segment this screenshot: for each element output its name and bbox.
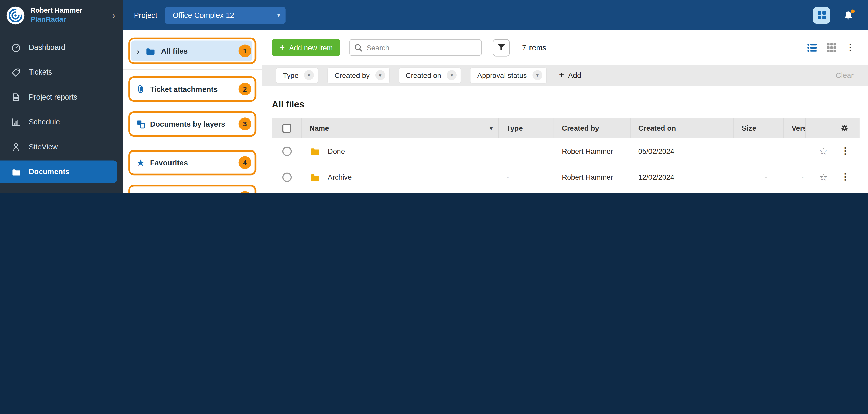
- filter-created-by-dropdown[interactable]: Created by ▾: [327, 67, 390, 83]
- column-header-name[interactable]: Name ▾: [302, 118, 499, 138]
- annotation-badge: 3: [239, 117, 251, 130]
- file-size: -: [734, 147, 784, 155]
- annotation-badge: 4: [239, 156, 251, 169]
- sidebar-item-schedule[interactable]: Schedule: [0, 109, 123, 134]
- docs-nav-documents-by-layers[interactable]: Documents by layers 3: [128, 111, 256, 137]
- apps-button[interactable]: [813, 7, 830, 24]
- sidebar-item-documents[interactable]: Documents: [0, 160, 117, 183]
- add-new-item-button[interactable]: + Add new item: [272, 39, 340, 56]
- annotation-badge: 2: [239, 82, 251, 95]
- all-files-row[interactable]: › All files: [131, 40, 252, 61]
- filter-label: Approval status: [477, 71, 527, 79]
- list-view-button[interactable]: [807, 43, 817, 52]
- column-header-created-by[interactable]: Created by: [554, 118, 630, 138]
- layers-icon: [131, 119, 150, 129]
- app-name: PlanRadar: [30, 15, 83, 24]
- chevron-right-icon: ›: [110, 192, 113, 193]
- file-created-by: Robert Hammer: [554, 173, 630, 181]
- search-icon: [354, 43, 363, 51]
- filter-type-dropdown[interactable]: Type ▾: [276, 67, 318, 83]
- sidebar-item-label: Project reports: [29, 93, 77, 101]
- funnel-icon: [497, 44, 505, 51]
- file-version: -: [784, 173, 806, 181]
- file-created-by: Robert Hammer: [554, 147, 630, 155]
- annotation-badge: 5: [239, 191, 251, 193]
- docs-nav-shared-items[interactable]: Shared Items 5: [128, 185, 256, 193]
- column-header-created-on[interactable]: Created on: [630, 118, 734, 138]
- siteview-icon: [11, 142, 21, 152]
- dashboard-icon: [11, 42, 21, 53]
- sidebar-item-label: Dashboard: [29, 43, 65, 51]
- column-header-version[interactable]: Version: [784, 118, 806, 138]
- file-type: -: [499, 147, 554, 155]
- schedule-icon: [11, 117, 21, 127]
- row-checkbox[interactable]: [282, 172, 291, 182]
- row-checkbox[interactable]: [282, 146, 291, 156]
- search-box: [349, 39, 482, 56]
- sidebar-header[interactable]: Robert Hammer PlanRadar ›: [0, 0, 123, 30]
- annotation-badge: 1: [239, 45, 251, 57]
- expand-chevron-icon[interactable]: ›: [137, 46, 140, 56]
- chevron-right-icon: ›: [112, 10, 115, 21]
- column-settings-button[interactable]: [806, 118, 860, 138]
- sidebar-item-siteview[interactable]: SiteView: [0, 135, 123, 159]
- file-created-on: 05/02/2024: [630, 147, 734, 155]
- file-type: -: [499, 173, 554, 181]
- caret-down-icon: ▾: [277, 12, 280, 18]
- file-size: -: [734, 173, 784, 181]
- folder-icon: [309, 146, 320, 157]
- file-created-on: 12/02/2024: [630, 173, 734, 181]
- row-menu-button[interactable]: ⋮: [841, 147, 850, 156]
- nav-item-label: Favourites: [150, 159, 188, 167]
- gear-icon: [840, 124, 848, 132]
- sidebar-item-dashboard[interactable]: Dashboard: [0, 35, 123, 60]
- grid-view-button[interactable]: [827, 43, 836, 52]
- select-all-checkbox[interactable]: [282, 124, 291, 132]
- docs-nav-favourites[interactable]: ★ Favourites 4: [128, 150, 256, 175]
- notifications-button[interactable]: [843, 10, 854, 21]
- paperclip-icon: [131, 84, 150, 95]
- app-window: Robert Hammer PlanRadar › Dashboard Tick…: [0, 0, 868, 193]
- nav-item-label: All files: [161, 47, 188, 55]
- files-toolbar: + Add new item 7 items ⋮: [262, 30, 868, 65]
- more-options-button[interactable]: ⋮: [846, 43, 855, 52]
- project-selected-value: Office Complex 12: [173, 11, 234, 20]
- column-header-type[interactable]: Type: [499, 118, 554, 138]
- table-row[interactable]: Archive - Robert Hammer 12/02/2024 - - ☆…: [272, 164, 860, 190]
- filter-approval-status-dropdown[interactable]: Approval status ▾: [470, 67, 547, 83]
- project-label: Project: [134, 11, 157, 20]
- folder-icon: [145, 46, 156, 56]
- filter-created-on-dropdown[interactable]: Created on ▾: [398, 67, 461, 83]
- planradar-logo: [6, 6, 25, 25]
- table-row[interactable]: PDFInvoice drywal works.pdf PDF Robert H…: [272, 190, 860, 193]
- main-content: ‹ + Add new item 7 items ⋮ Type: [262, 30, 868, 193]
- nav-item-label: Ticket attachments: [150, 85, 218, 93]
- column-header-size[interactable]: Size: [734, 118, 784, 138]
- topbar: Project Office Complex 12 ▾: [123, 0, 868, 30]
- favourite-star-button[interactable]: ☆: [819, 172, 828, 182]
- sidebar-item-label: SiteView: [29, 143, 58, 151]
- favourite-star-button[interactable]: ☆: [819, 146, 828, 156]
- add-filter-label: Add: [568, 71, 581, 79]
- sidebar-item-label: Documents: [29, 168, 69, 176]
- clear-filters-button[interactable]: Clear: [836, 71, 854, 79]
- apps-icon: [817, 11, 826, 20]
- docs-nav-all-files[interactable]: › All files 1: [128, 38, 256, 64]
- caret-down-icon: ▾: [447, 70, 457, 80]
- sidebar-item-tickets[interactable]: Tickets: [0, 60, 123, 84]
- divider: [123, 69, 262, 70]
- filter-button[interactable]: [493, 39, 510, 56]
- sort-icon[interactable]: ▾: [490, 125, 493, 132]
- filter-label: Created by: [335, 71, 370, 79]
- nav-item-label: Documents by layers: [150, 120, 225, 128]
- sidebar-item-approvals[interactable]: Approvals ›: [0, 184, 123, 193]
- add-new-item-label: Add new item: [289, 43, 333, 51]
- docs-nav-ticket-attachments[interactable]: Ticket attachments 2: [128, 76, 256, 102]
- add-filter-button[interactable]: + Add: [559, 70, 582, 80]
- project-selector[interactable]: Office Complex 12 ▾: [165, 7, 286, 24]
- search-input[interactable]: [367, 43, 476, 51]
- row-menu-button[interactable]: ⋮: [841, 173, 850, 181]
- table-row[interactable]: Done - Robert Hammer 05/02/2024 - - ☆⋮: [272, 138, 860, 164]
- sidebar-item-project-reports[interactable]: Project reports: [0, 85, 123, 109]
- filter-bar: Type ▾ Created by ▾ Created on ▾ Approva…: [262, 65, 868, 86]
